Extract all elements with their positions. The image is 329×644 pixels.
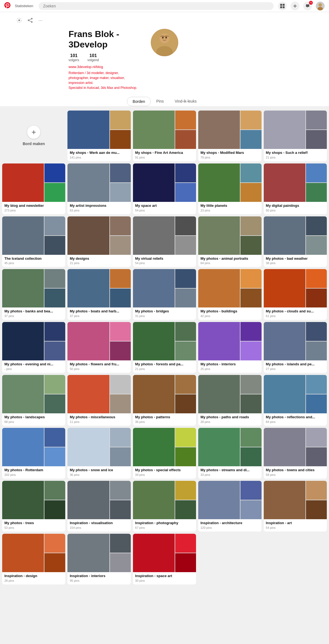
more-options-icon[interactable]: ··· xyxy=(38,18,42,24)
board-thumb-small-1 xyxy=(175,216,196,235)
board-card[interactable]: My photos - animal portraits 64 pins xyxy=(198,216,261,267)
board-card[interactable]: My photos - streams and di... 33 pins xyxy=(198,428,261,479)
board-card[interactable]: My photos - reflections and... 84 pins xyxy=(264,375,327,426)
board-card[interactable]: My artist impressions 63 pins xyxy=(67,163,131,214)
statistics-link[interactable]: Statistieken xyxy=(15,4,33,8)
board-thumb-main xyxy=(133,111,175,149)
board-thumb-small-1 xyxy=(44,269,65,288)
board-thumb-small-1 xyxy=(175,269,196,288)
board-card[interactable]: My shops - Such a relief! 21 pins xyxy=(264,111,327,161)
board-card[interactable]: My photos - flowers and fru... 50 pins xyxy=(67,322,131,373)
tab-pins[interactable]: Pins xyxy=(151,97,169,106)
board-card[interactable]: Inspiration - interiors 95 pins xyxy=(67,534,131,584)
board-card[interactable]: My photos - forests and pa... 21 pins xyxy=(133,322,196,373)
board-title: Inspiration - visualisation xyxy=(70,521,128,526)
board-thumbnail xyxy=(67,216,131,255)
board-card[interactable]: My photos - special effects 34 pins xyxy=(133,428,196,479)
board-thumbnail xyxy=(67,163,131,202)
board-title: My photos - animal portraits xyxy=(200,256,259,261)
tab-boards[interactable]: Borden xyxy=(127,97,151,106)
following-stat[interactable]: 101 volgend xyxy=(87,53,99,62)
board-card[interactable]: My shops - Werk aan de mu... 141 pins xyxy=(67,111,131,161)
boards-grid-container: + Bord maken My shops - Werk aan de mu..… xyxy=(0,106,329,589)
board-thumb-small-2 xyxy=(110,236,131,255)
board-info: My photos - clouds and su... 61 pins xyxy=(264,307,327,320)
board-card[interactable]: Inspiration - space art 30 pins xyxy=(133,534,196,584)
board-card[interactable]: My little planets 23 pins xyxy=(198,163,261,214)
board-card[interactable]: My photos - paths and roads 28 pins xyxy=(198,375,261,426)
board-card[interactable]: My digital paintings 50 pins xyxy=(264,163,327,214)
board-card[interactable]: My photos - patterns 36 pins xyxy=(133,375,196,426)
board-thumbnail xyxy=(198,216,261,255)
board-thumb-small-1 xyxy=(175,534,196,553)
board-card[interactable]: My photos - bad weather 38 pins xyxy=(264,216,327,267)
board-thumb-small-2 xyxy=(240,500,261,519)
board-info: My photos - forests and pa... 21 pins xyxy=(133,360,196,373)
pinterest-logo[interactable] xyxy=(4,2,10,10)
settings-icon[interactable] xyxy=(16,18,22,24)
board-title: My photos - interiors xyxy=(200,362,259,367)
board-card[interactable]: My photos - clouds and su... 61 pins xyxy=(264,269,327,320)
board-thumb-small-1 xyxy=(110,481,131,500)
board-card[interactable]: My photos - boats and harb... 37 pins xyxy=(67,269,131,320)
board-thumbnail xyxy=(264,375,327,413)
board-title: My photos - reflections and... xyxy=(266,415,325,420)
board-thumb-small-2 xyxy=(240,183,261,202)
board-card[interactable]: Inspiration - architecture 120 pins xyxy=(198,481,261,532)
board-card[interactable]: My blog and newsletter 273 pins xyxy=(2,163,65,214)
board-card[interactable]: My photos - snow and ice 36 pins xyxy=(67,428,131,479)
add-button[interactable] xyxy=(291,2,299,10)
board-card[interactable]: My photos - Rotterdam 202 pins xyxy=(2,428,65,479)
board-pin-count: 28 pins xyxy=(4,579,63,582)
svg-point-13 xyxy=(160,33,169,43)
board-card[interactable]: My photos - banks and bea... 37 pins xyxy=(2,269,65,320)
chat-badge: 75 xyxy=(309,1,313,5)
board-card[interactable]: Inspiration - design 28 pins xyxy=(2,534,65,584)
grid-view-button[interactable] xyxy=(278,2,287,10)
board-card[interactable]: Inspiration - visualisation 154 pins xyxy=(67,481,131,532)
board-thumb-small-1 xyxy=(306,481,327,500)
board-card[interactable]: My photos - islands and pe... 27 pins xyxy=(264,322,327,373)
share-icon[interactable] xyxy=(27,18,33,24)
board-thumb-small-2 xyxy=(240,289,261,307)
board-card[interactable]: The Iceland collection 45 pins xyxy=(2,216,65,267)
board-thumb-small-2 xyxy=(110,341,131,360)
create-board-card[interactable]: + Bord maken xyxy=(2,111,65,161)
board-card[interactable]: My shops - Modified Mars 79 pins xyxy=(198,111,261,161)
board-card[interactable]: My photos - bridges 31 pins xyxy=(133,269,196,320)
board-card[interactable]: Inspiration - art 54 pins xyxy=(264,481,327,532)
board-thumb-small-1 xyxy=(240,269,261,288)
board-thumb-main xyxy=(67,428,109,466)
tab-likes[interactable]: Vind-ik-leuks xyxy=(169,97,202,106)
board-info: My photos - patterns 36 pins xyxy=(133,413,196,426)
svg-rect-1 xyxy=(283,4,285,6)
board-card[interactable]: My photos - buildings 42 pins xyxy=(198,269,261,320)
board-pin-count: - pins xyxy=(4,367,63,371)
board-card[interactable]: My photos - landscapes 68 pins xyxy=(2,375,65,426)
board-card[interactable]: My shops - Fine Art America 91 pins xyxy=(133,111,196,161)
profile-name: Frans Blok -3Develop xyxy=(69,29,140,50)
board-card[interactable]: My photos - towns and cities 58 pins xyxy=(264,428,327,479)
board-thumb-small-1 xyxy=(44,163,65,182)
board-pin-count: 31 pins xyxy=(135,314,194,318)
board-thumb-small-1 xyxy=(44,375,65,394)
profile-website[interactable]: www.3develop.nl/blog xyxy=(69,65,140,69)
board-info: My photos - boats and harb... 37 pins xyxy=(67,307,131,320)
followers-stat[interactable]: 101 volgers xyxy=(69,53,79,62)
board-card[interactable]: My photos - evening and ni... - pins xyxy=(2,322,65,373)
board-card[interactable]: Inspiration - photography 67 pins xyxy=(133,481,196,532)
board-card[interactable]: My photos - interiors 25 pins xyxy=(198,322,261,373)
board-thumb-small-1 xyxy=(175,322,196,341)
board-card[interactable]: My photos - trees 53 pins xyxy=(2,481,65,532)
search-input[interactable] xyxy=(39,2,274,10)
chat-button[interactable]: 75 xyxy=(303,2,312,10)
board-card[interactable]: My designs 21 pins xyxy=(67,216,131,267)
board-card[interactable]: My virtual reliefs 54 pins xyxy=(133,216,196,267)
board-thumb-small-1 xyxy=(240,375,261,394)
board-thumbnail xyxy=(133,163,196,202)
board-card[interactable]: My space art 54 pins xyxy=(133,163,196,214)
board-thumb-main xyxy=(2,322,44,360)
board-card[interactable]: My photos - miscellaneous 11 pins xyxy=(67,375,131,426)
user-avatar[interactable] xyxy=(316,2,325,10)
board-info: My photos - banks and bea... 37 pins xyxy=(2,307,65,320)
